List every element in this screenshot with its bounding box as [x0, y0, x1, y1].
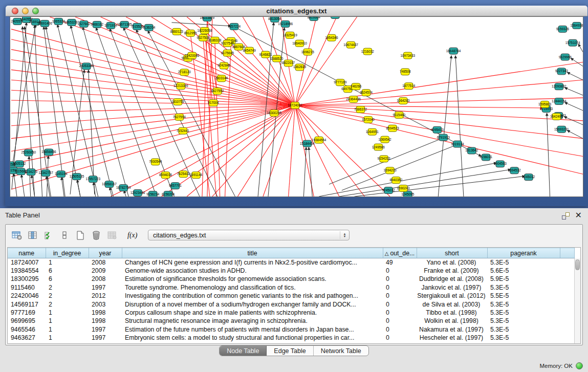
table-cell[interactable]: 14569117 — [8, 300, 46, 308]
table-cell[interactable]: de Silva et al. (2003) — [417, 300, 487, 308]
close-panel-icon[interactable]: ✕ — [575, 210, 582, 221]
network-canvas[interactable]: 2405572164055621691403069140610653281065… — [10, 16, 583, 197]
table-vertical-scrollbar[interactable] — [574, 258, 580, 343]
table-cell[interactable] — [560, 292, 574, 300]
graph-edge[interactable] — [237, 105, 295, 196]
table-row[interactable]: 977716911998Corpus callosum shape and si… — [8, 309, 574, 317]
table-cell[interactable]: 2008 — [89, 275, 122, 283]
table-cell[interactable]: 0 — [383, 300, 417, 308]
table-cell[interactable]: Yano et al. (2008) — [417, 258, 487, 267]
table-cell[interactable] — [560, 325, 574, 334]
column-header-year[interactable]: year — [89, 248, 122, 258]
scrollbar-thumb[interactable] — [575, 259, 580, 270]
table-cell[interactable]: 9699695 — [8, 317, 46, 325]
graph-edge[interactable] — [29, 156, 31, 196]
graph-edge[interactable] — [14, 173, 17, 196]
table-cell[interactable]: Hescheler et al. (1997) — [417, 334, 487, 342]
graph-edge[interactable] — [578, 44, 583, 52]
table-cell[interactable]: 2012 — [89, 292, 122, 300]
column-header-pagerank[interactable]: pagerank — [487, 248, 560, 258]
table-cell[interactable]: 2003 — [89, 300, 122, 308]
table-cell[interactable]: 49 — [383, 258, 417, 267]
zoom-window-button[interactable] — [32, 8, 39, 14]
table-cell[interactable]: 2 — [46, 283, 89, 292]
graph-edge[interactable] — [564, 87, 583, 95]
table-cell[interactable]: Estimation of the future numbers of pati… — [122, 325, 383, 334]
table-cell[interactable]: Genome-wide association studies in ADHD. — [122, 267, 383, 275]
graph-edge[interactable] — [295, 17, 317, 105]
memory-status-indicator[interactable] — [576, 362, 583, 369]
table-cell[interactable]: 0 — [383, 317, 417, 325]
graph-edge[interactable] — [295, 105, 365, 196]
table-cell[interactable]: 1997 — [89, 283, 122, 292]
graph-edge[interactable] — [203, 39, 216, 196]
table-cell[interactable]: 2009 — [89, 267, 122, 275]
graph-edge[interactable] — [11, 105, 295, 189]
column-header-name[interactable]: name — [8, 248, 46, 258]
column-header-title[interactable]: title — [122, 248, 383, 258]
table-cell[interactable]: 9463627 — [8, 334, 46, 342]
table-cell[interactable]: Corpus callosum shape and size in male p… — [122, 309, 383, 317]
graph-edge[interactable] — [564, 102, 583, 111]
table-cell[interactable]: Jankovic et al. (1997) — [417, 283, 487, 292]
graph-node[interactable] — [331, 17, 339, 18]
table-cell[interactable]: 1997 — [89, 325, 122, 334]
table-cell[interactable] — [560, 309, 574, 317]
tab-network-table[interactable]: Network Table — [314, 346, 368, 356]
table-cell[interactable]: Tibbo et al. (1998) — [417, 309, 487, 317]
table-cell[interactable]: 0 — [383, 275, 417, 283]
selection-checks-icon[interactable] — [42, 229, 55, 242]
table-cell[interactable]: Franke et al. (2009) — [417, 267, 487, 275]
table-row[interactable]: 911546021997Tourette syndrome. Phenomeno… — [8, 283, 574, 292]
row-chooser-icon[interactable] — [58, 229, 71, 242]
table-cell[interactable]: 18724007 — [8, 258, 46, 267]
table-cell[interactable]: 5.3E-5 — [487, 334, 560, 342]
table-cell[interactable]: 9465546 — [8, 325, 46, 334]
table-cell[interactable]: 2008 — [89, 258, 122, 267]
table-cell[interactable] — [560, 283, 574, 292]
table-cell[interactable]: 0 — [383, 292, 417, 300]
minimize-window-button[interactable] — [22, 8, 29, 14]
table-cell[interactable] — [560, 317, 574, 325]
table-cell[interactable]: Estimation of significance thresholds fo… — [122, 275, 383, 283]
table-cell[interactable]: Dudbridge et al. (2008) — [417, 275, 487, 283]
table-cell[interactable]: 6 — [46, 267, 89, 275]
table-row[interactable]: 1456911722003Disruption of a novel membe… — [8, 300, 574, 308]
table-cell[interactable]: Stergiakouli et al. (2012) — [417, 292, 487, 300]
table-cell[interactable]: Embryonic stem cells: a model to study s… — [122, 334, 383, 342]
table-row[interactable]: 946554611997Estimation of the future num… — [8, 325, 574, 334]
graph-edge[interactable] — [11, 50, 295, 105]
graph-edge[interactable] — [77, 180, 80, 196]
table-cell[interactable]: 5.3E-5 — [487, 258, 560, 267]
table-row[interactable]: 1830029562008Estimation of significance … — [8, 275, 574, 283]
new-document-icon[interactable] — [74, 229, 87, 242]
table-cell[interactable] — [560, 334, 574, 342]
table-row[interactable]: 946362711997Embryonic stem cells: a mode… — [8, 334, 574, 342]
table-cell[interactable]: 22420046 — [8, 292, 46, 300]
graph-edge[interactable] — [295, 17, 337, 105]
table-cell[interactable] — [560, 258, 574, 267]
table-cell[interactable]: 1 — [46, 309, 89, 317]
table-cell[interactable]: 0 — [383, 283, 417, 292]
table-cell[interactable]: 5.3E-5 — [487, 300, 560, 308]
table-cell[interactable]: 9115460 — [8, 283, 46, 292]
graph-edge[interactable] — [171, 23, 231, 26]
table-cell[interactable]: 0 — [383, 267, 417, 275]
table-cell[interactable]: Tourette syndrome. Phenomenology and cla… — [122, 283, 383, 292]
table-cell[interactable]: 5.6E-5 — [487, 267, 560, 275]
graph-edge[interactable] — [83, 27, 128, 196]
table-cell[interactable]: 1998 — [89, 309, 122, 317]
table-cell[interactable]: Wolkin et al. (1998) — [417, 317, 487, 325]
table-cell[interactable]: 1 — [46, 325, 89, 334]
graph-edge[interactable] — [136, 30, 217, 196]
network-window-titlebar[interactable]: citations_edges.txt — [6, 6, 587, 16]
column-header-in-degree[interactable]: in_degree — [46, 248, 89, 258]
function-builder-icon[interactable]: f(x) — [127, 231, 137, 239]
graph-edge[interactable] — [455, 56, 464, 196]
table-cell[interactable]: 2 — [46, 292, 89, 300]
close-window-button[interactable] — [12, 8, 18, 14]
table-cell[interactable]: 9777169 — [8, 309, 46, 317]
table-row[interactable]: 1938455462009Genome-wide association stu… — [8, 267, 574, 275]
graph-edge[interactable] — [136, 105, 295, 196]
float-panel-icon[interactable] — [562, 212, 570, 220]
